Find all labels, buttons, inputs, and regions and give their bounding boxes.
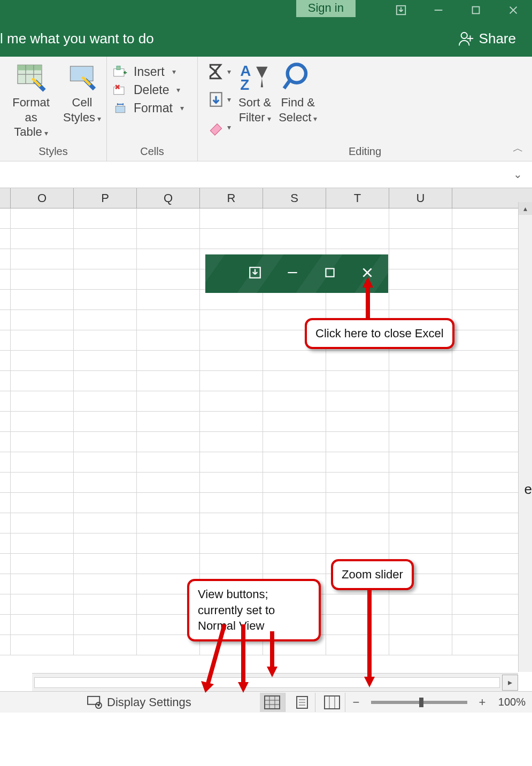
grid-cell[interactable] xyxy=(137,229,200,249)
grid-cell[interactable] xyxy=(326,533,389,553)
grid-cell[interactable] xyxy=(11,290,74,310)
grid-row[interactable] xyxy=(0,473,518,493)
grid-cell[interactable] xyxy=(0,310,11,330)
grid-cell[interactable] xyxy=(0,330,11,350)
grid-cell[interactable] xyxy=(74,412,137,431)
grid-cell[interactable] xyxy=(326,432,389,452)
formula-bar-expand-icon[interactable]: ⌄ xyxy=(513,168,522,181)
grid-cell[interactable] xyxy=(137,452,200,472)
format-as-table-button[interactable]: Format as Table▾ xyxy=(5,61,57,140)
grid-cell[interactable] xyxy=(11,473,74,492)
grid-row[interactable] xyxy=(0,371,518,391)
collapse-ribbon-icon[interactable]: ︿ xyxy=(513,141,523,156)
grid-cell[interactable] xyxy=(74,452,137,472)
grid-cell[interactable] xyxy=(326,493,389,513)
grid-cell[interactable] xyxy=(200,554,263,574)
grid-cell[interactable] xyxy=(200,330,263,350)
grid-cell[interactable] xyxy=(389,269,452,289)
grid-cell[interactable] xyxy=(11,229,74,249)
format-button[interactable]: Format ▾ xyxy=(112,100,192,115)
grid-cell[interactable] xyxy=(0,229,11,249)
grid-cell[interactable] xyxy=(74,269,137,289)
grid-cell[interactable] xyxy=(200,351,263,370)
grid-cell[interactable] xyxy=(11,269,74,289)
grid-cell[interactable] xyxy=(0,594,11,614)
grid-cell[interactable] xyxy=(200,229,263,249)
grid-cell[interactable] xyxy=(11,310,74,330)
grid-cell[interactable] xyxy=(389,229,452,249)
grid-cell[interactable] xyxy=(326,615,389,635)
grid-cell[interactable] xyxy=(74,290,137,310)
grid-cell[interactable] xyxy=(11,371,74,391)
grid-cell[interactable] xyxy=(74,513,137,533)
grid-cell[interactable] xyxy=(326,452,389,472)
grid-cell[interactable] xyxy=(389,594,452,614)
grid-cell[interactable] xyxy=(200,310,263,330)
grid-cell[interactable] xyxy=(11,432,74,452)
grid-cell[interactable] xyxy=(326,391,389,411)
grid-cell[interactable] xyxy=(389,452,452,472)
grid-cell[interactable] xyxy=(137,412,200,431)
grid-cell[interactable] xyxy=(74,249,137,269)
display-settings-button[interactable]: Display Settings xyxy=(87,695,191,709)
grid-cell[interactable] xyxy=(200,513,263,533)
grid-cell[interactable] xyxy=(326,208,389,228)
grid-cell[interactable] xyxy=(74,310,137,330)
grid-row[interactable] xyxy=(0,452,518,473)
grid-cell[interactable] xyxy=(11,249,74,269)
clear-button[interactable]: ▾ xyxy=(206,117,231,138)
grid-cell[interactable] xyxy=(389,513,452,533)
grid-cell[interactable] xyxy=(326,229,389,249)
grid-row[interactable] xyxy=(0,513,518,533)
grid-cell[interactable] xyxy=(0,554,11,574)
grid-cell[interactable] xyxy=(74,574,137,594)
autosum-button[interactable]: ▾ xyxy=(206,61,231,82)
grid-cell[interactable] xyxy=(11,594,74,614)
grid-cell[interactable] xyxy=(0,208,11,228)
grid-cell[interactable] xyxy=(0,269,11,289)
grid-cell[interactable] xyxy=(137,249,200,269)
grid-cell[interactable] xyxy=(0,452,11,472)
grid-row[interactable] xyxy=(0,208,518,229)
grid-cell[interactable] xyxy=(0,615,11,635)
scroll-up-icon[interactable]: ▴ xyxy=(519,202,532,215)
vertical-scrollbar[interactable]: ▴ xyxy=(518,202,532,672)
grid-cell[interactable] xyxy=(137,269,200,289)
grid-cell[interactable] xyxy=(137,290,200,310)
column-header[interactable]: U xyxy=(389,188,452,208)
grid-cell[interactable] xyxy=(0,635,11,655)
grid-cell[interactable] xyxy=(11,330,74,350)
grid-row[interactable] xyxy=(0,432,518,452)
grid-cell[interactable] xyxy=(389,351,452,370)
grid-cell[interactable] xyxy=(389,635,452,655)
insert-button[interactable]: Insert ▾ xyxy=(112,64,192,79)
grid-cell[interactable] xyxy=(74,533,137,553)
grid-cell[interactable] xyxy=(263,452,326,472)
share-button[interactable]: Share xyxy=(458,30,516,47)
grid-cell[interactable] xyxy=(263,391,326,411)
column-header[interactable]: T xyxy=(326,188,389,208)
grid-cell[interactable] xyxy=(11,391,74,411)
grid-cell[interactable] xyxy=(389,493,452,513)
grid-cell[interactable] xyxy=(11,615,74,635)
grid-cell[interactable] xyxy=(263,229,326,249)
grid-cell[interactable] xyxy=(11,533,74,553)
grid-cell[interactable] xyxy=(263,554,326,574)
column-header[interactable]: R xyxy=(200,188,263,208)
grid-cell[interactable] xyxy=(137,351,200,370)
zoom-out-button[interactable]: − xyxy=(350,695,363,709)
grid-cell[interactable] xyxy=(11,513,74,533)
grid-cell[interactable] xyxy=(0,493,11,513)
grid-row[interactable] xyxy=(0,554,518,574)
page-layout-view-button[interactable] xyxy=(290,693,315,712)
maximize-icon[interactable] xyxy=(457,0,495,20)
grid-cell[interactable] xyxy=(137,310,200,330)
grid-cell[interactable] xyxy=(326,473,389,492)
grid-cell[interactable] xyxy=(74,391,137,411)
grid-cell[interactable] xyxy=(389,412,452,431)
grid-cell[interactable] xyxy=(0,351,11,370)
grid-cell[interactable] xyxy=(0,371,11,391)
sign-in-button[interactable]: Sign in xyxy=(296,0,356,17)
grid-cell[interactable] xyxy=(389,290,452,310)
grid-cell[interactable] xyxy=(326,371,389,391)
